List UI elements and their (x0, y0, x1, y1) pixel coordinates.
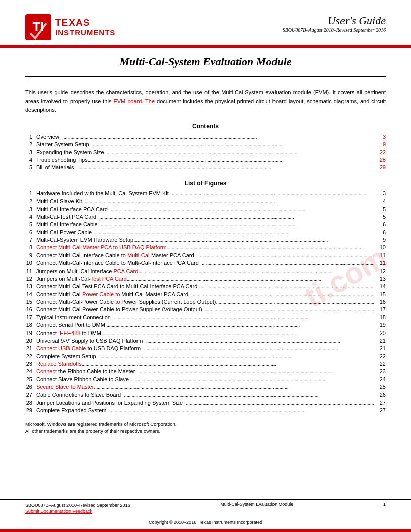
svg-text:TI: TI (32, 19, 44, 34)
fig-row: 26 Secure Slave to Master ..............… (25, 383, 386, 391)
logo-area: TI TEXAS INSTRUMENTS (25, 14, 115, 40)
toc-dots: ........................................… (77, 164, 374, 171)
toc-page: 29 (374, 164, 386, 170)
footer-copyright: Copyright © 2010–2016, Texas Instruments… (0, 520, 411, 525)
logo-texas: TEXAS (55, 18, 115, 28)
toc-label: Starter System Setup (36, 141, 89, 147)
footer-left: SBOU087B–August 2010–Revised September 2… (25, 502, 130, 514)
header-right: User's Guide SBOU087B–August 2010–Revise… (283, 14, 386, 33)
toc-dots: ........................................… (62, 134, 374, 140)
fig-row: 16 Connect Multi-Cal-Power-Cable to Powe… (25, 306, 386, 313)
fig-row: 6 Multi-Cal-Power Cable ................… (25, 229, 386, 236)
toc-num: 3 (25, 149, 36, 155)
toc-page: 22 (374, 149, 386, 155)
toc-row: 4 Troubleshooting Tips .................… (25, 156, 386, 164)
users-guide-title: User's Guide (283, 14, 386, 27)
fig-row: 22 Complete System Setup ...............… (25, 353, 386, 360)
contents-heading: Contents (25, 123, 386, 130)
toc-page: 3 (374, 134, 386, 140)
doc-number: SBOU087B–August 2010–Revised September 2… (283, 27, 386, 33)
toc-label: Overview (36, 134, 62, 140)
figures-heading: List of Figures (25, 180, 386, 187)
trademark-note: Microsoft, Windows are registered tradem… (25, 421, 386, 435)
fig-row: 15 Connect Multi-Cal-Power Cable to Powe… (25, 298, 386, 306)
fig-row: 23 Replace Standoffs ...................… (25, 360, 386, 368)
toc-dots: ........................................… (89, 141, 374, 148)
footer-center: Multi-Cal-System Evaluation Module (220, 502, 293, 507)
main-title: Multi-Cal-System Evaluation Module (25, 55, 386, 69)
fig-row: 24 Connect the Ribbon Cable to the Maste… (25, 368, 386, 375)
toc-label: Troubleshooting Tips (36, 157, 88, 163)
fig-row: 29 Complete Expanded System ............… (25, 407, 386, 414)
fig-row: 25 Connect Slave Ribbon Cable to Slave .… (25, 376, 386, 383)
toc-num: 5 (25, 164, 36, 170)
fig-row: 21 Connect USB Cable to USB DAQ Platform… (25, 345, 386, 352)
title-separator (25, 76, 386, 79)
toc-label: Expanding the System Size (36, 149, 104, 155)
fig-row: 4 Multi-Cal-Test PCA Card ..............… (25, 213, 386, 221)
fig-row: 11 Jumpers on Multi-Cal-Interface PCA Ca… (25, 267, 386, 275)
toc-row: 2 Starter System Setup .................… (25, 141, 386, 148)
content: This user's guide describes the characte… (0, 79, 411, 435)
footer-feedback-link[interactable]: Submit Documentation Feedback (25, 509, 92, 514)
header: TI TEXAS INSTRUMENTS User's Guide SBOU08… (0, 0, 411, 40)
toc-row: 3 Expanding the System Size ............… (25, 149, 386, 156)
footer-doc-ref: SBOU087B–August 2010–Revised September 2… (25, 503, 130, 508)
fig-row: 2 Multi-Cal-Slave Kit ..................… (25, 197, 386, 205)
fig-row: 18 Connect Serial Port to DMM ..........… (25, 321, 386, 329)
figures-list: 1 Hardware Included with the Multi-Cal-S… (25, 190, 386, 415)
footer-doc-title: Multi-Cal-System Evaluation Module (220, 502, 293, 507)
fig-row: 20 Universal 9-V Supply to USB DAQ Platf… (25, 337, 386, 345)
copyright-text: Copyright © 2010–2016, Texas Instruments… (149, 520, 262, 525)
toc-row: 1 Overview .............................… (25, 133, 386, 141)
ti-logo-icon: TI (25, 14, 51, 40)
toc-page: 28 (374, 157, 386, 163)
toc-num: 2 (25, 141, 36, 147)
fig-row: 10 Connect Multi-Cal-Interface Cable to … (25, 259, 386, 267)
toc-num: 1 (25, 134, 36, 140)
footer-page: 1 (383, 502, 386, 507)
toc-row: 5 Bill of Materials ....................… (25, 164, 386, 171)
intro-text: This user's guide describes the characte… (25, 88, 386, 115)
fig-row: 5 Multi-Cal-Interface Cable ............… (25, 221, 386, 228)
toc-page: 9 (374, 141, 386, 147)
fig-row: 12 Jumpers on Multi-Cal-Test PCA Card ..… (25, 275, 386, 283)
fig-row: 3 Multi-Cal-Interface PCA Card .........… (25, 205, 386, 213)
contents-list: 1 Overview .............................… (25, 133, 386, 172)
toc-num: 4 (25, 157, 36, 163)
toc-dots: ........................................… (104, 149, 374, 156)
trademark-line2: All other trademarks are the property of… (25, 428, 386, 435)
fig-row: 13 Connect Multi-Cal-Test PCA Card to Mu… (25, 283, 386, 290)
contents-section: Contents 1 Overview ....................… (25, 123, 386, 172)
fig-row: 14 Connect Multi-Cal-Power Cable to Mult… (25, 291, 386, 298)
logo-text: TEXAS INSTRUMENTS (55, 18, 115, 37)
fig-row: 8 Connect Multi-Cal-Master PCA to USB DA… (25, 244, 386, 251)
logo-instruments: INSTRUMENTS (55, 28, 115, 37)
fig-row: 9 Connect Multi-Cal-Interface Cable to M… (25, 252, 386, 259)
figures-section: List of Figures 1 Hardware Included with… (25, 180, 386, 415)
trademark-line1: Microsoft, Windows are registered tradem… (25, 421, 386, 428)
footer-bar: SBOU087B–August 2010–Revised September 2… (0, 499, 411, 514)
red-bar-bottom (0, 529, 411, 532)
fig-row: 7 Multi-Cal-System EVM Hardware Setup ..… (25, 236, 386, 244)
page: ti.com TI TEXAS INSTRUMENTS User's Guide… (0, 0, 411, 532)
fig-row: 19 Connect IEEE488 to DMM ..............… (25, 329, 386, 337)
main-title-area: Multi-Cal-System Evaluation Module (0, 48, 411, 74)
fig-row: 17 Typical Instrument Connection .......… (25, 314, 386, 321)
toc-dots: ........................................… (88, 157, 374, 163)
toc-label: Bill of Materials (36, 164, 77, 170)
fig-row: 28 Jumper Locations and Positions for Ex… (25, 399, 386, 407)
fig-row: 27 Cable Connections to Slave Board ....… (25, 391, 386, 398)
fig-row: 1 Hardware Included with the Multi-Cal-S… (25, 190, 386, 197)
